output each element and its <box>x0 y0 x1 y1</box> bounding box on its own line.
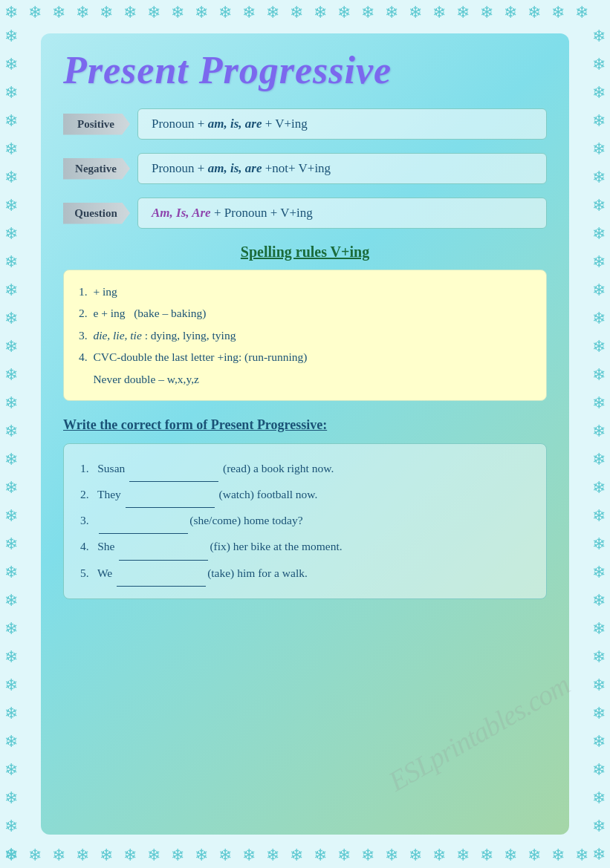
snowflake-icon: ❄ <box>4 451 18 468</box>
exercise-2: 2. They (watch) football now. <box>80 482 530 508</box>
exercise-1: 1. Susan (read) a book right now. <box>80 456 530 482</box>
snowflake-icon: ❄ <box>432 4 446 21</box>
snowflake-icon: ❄ <box>171 847 184 864</box>
snowflake-icon: ❄ <box>592 423 606 440</box>
snowflake-icon: ❄ <box>4 847 18 864</box>
snowflake-icon: ❄ <box>4 169 18 186</box>
snowflake-icon: ❄ <box>592 282 606 298</box>
snowflake-icon: ❄ <box>4 367 18 383</box>
snowflake-icon: ❄ <box>4 423 18 440</box>
snowflake-icon: ❄ <box>592 254 606 270</box>
exercise-3: 3. (she/come) home today? <box>80 508 530 534</box>
snowflake-icon: ❄ <box>592 85 606 101</box>
snowflake-icon: ❄ <box>592 339 606 355</box>
exercise-box: 1. Susan (read) a book right now. 2. The… <box>63 443 547 598</box>
blank-4 <box>119 534 208 560</box>
snowflake-icon: ❄ <box>314 847 327 864</box>
snowflake-icon: ❄ <box>592 367 606 383</box>
snowflake-icon: ❄ <box>4 564 18 581</box>
snowflake-icon: ❄ <box>76 4 89 21</box>
snowflake-icon: ❄ <box>4 593 18 609</box>
snowflake-icon: ❄ <box>4 677 18 694</box>
spelling-rule-2: 2. e + ing (bake – baking) <box>79 302 531 324</box>
spelling-rules-box: 1. + ing 2. e + ing (bake – baking) 3. d… <box>63 270 547 401</box>
snowflake-icon: ❄ <box>4 536 18 552</box>
snowflake-icon: ❄ <box>4 621 18 637</box>
positive-formula: Pronoun + am, is, are + V+ing <box>137 108 547 140</box>
snowflake-icon: ❄ <box>575 4 588 21</box>
snowflake-icon: ❄ <box>592 451 606 468</box>
snowflake-icon: ❄ <box>592 762 606 778</box>
spelling-section-title: Spelling rules V+ing <box>63 244 547 261</box>
negative-label: Negative <box>63 158 130 180</box>
snowflake-icon: ❄ <box>528 847 541 864</box>
snowflake-icon: ❄ <box>28 4 42 21</box>
snowflake-icon: ❄ <box>575 847 588 864</box>
snowflake-icon: ❄ <box>409 4 422 21</box>
snowflake-icon: ❄ <box>4 705 18 722</box>
snowflake-icon: ❄ <box>504 4 517 21</box>
snowflake-icon: ❄ <box>592 790 606 806</box>
snowflake-icon: ❄ <box>592 621 606 637</box>
negative-formula: Pronoun + am, is, are +not+ V+ing <box>137 153 547 184</box>
snowflake-icon: ❄ <box>592 818 606 835</box>
snowflake-icon: ❄ <box>432 847 446 864</box>
snowflake-icon: ❄ <box>592 395 606 411</box>
snowflake-icon: ❄ <box>76 847 89 864</box>
snowflake-icon: ❄ <box>4 818 18 835</box>
snowflake-icon: ❄ <box>4 846 18 863</box>
snowflake-icon: ❄ <box>4 198 18 214</box>
snowflake-icon: ❄ <box>337 4 351 21</box>
snowflake-icon: ❄ <box>52 4 65 21</box>
snowflake-icon: ❄ <box>4 141 18 157</box>
snowflake-icon: ❄ <box>4 56 18 73</box>
snowflake-icon: ❄ <box>4 28 18 45</box>
snowflake-icon: ❄ <box>592 226 606 242</box>
snowflake-icon: ❄ <box>592 198 606 214</box>
snowflake-icon: ❄ <box>4 4 18 21</box>
snowflake-icon: ❄ <box>337 847 351 864</box>
snowflake-icon: ❄ <box>4 254 18 270</box>
snowflake-icon: ❄ <box>100 847 113 864</box>
spelling-rule-3: 3. die, lie, tie : dying, lying, tying <box>79 324 531 346</box>
exercise-section-title: Write the correct form of Present Progre… <box>63 417 547 433</box>
exercise-4: 4. She (fix) her bike at the moment. <box>80 534 530 560</box>
question-label: Question <box>63 203 130 224</box>
snowflake-icon: ❄ <box>242 4 256 21</box>
spelling-rule-1: 1. + ing <box>79 281 531 302</box>
snowflake-icon: ❄ <box>195 4 208 21</box>
snowflake-icon: ❄ <box>242 847 256 864</box>
snowflake-icon: ❄ <box>4 395 18 411</box>
snowflake-icon: ❄ <box>4 85 18 101</box>
snowflake-icon: ❄ <box>592 508 606 524</box>
blank-5 <box>117 561 206 587</box>
snowflake-icon: ❄ <box>4 508 18 524</box>
spelling-rule-4b: Never double – w,x,y,z <box>79 368 531 390</box>
snowflake-icon: ❄ <box>266 4 279 21</box>
page-title: Present Progressive <box>63 48 547 92</box>
snowflake-icon: ❄ <box>123 4 137 21</box>
snowflake-icon: ❄ <box>592 480 606 496</box>
snowflake-icon: ❄ <box>504 847 517 864</box>
snowflake-icon: ❄ <box>592 677 606 694</box>
snowflake-icon: ❄ <box>4 226 18 242</box>
snowflake-icon: ❄ <box>195 847 208 864</box>
snowflake-icon: ❄ <box>592 310 606 327</box>
snowflake-icon: ❄ <box>4 762 18 778</box>
snowflake-icon: ❄ <box>592 846 606 863</box>
snowflake-icon: ❄ <box>28 847 42 864</box>
snowflake-icon: ❄ <box>4 649 18 665</box>
snowflake-icon: ❄ <box>385 4 398 21</box>
snowflake-icon: ❄ <box>4 480 18 496</box>
snowflake-icon: ❄ <box>480 4 493 21</box>
snowflake-icon: ❄ <box>218 4 232 21</box>
exercise-5: 5. We (take) him for a walk. <box>80 561 530 587</box>
snowflake-icon: ❄ <box>592 28 606 45</box>
snowflake-icon: ❄ <box>409 847 422 864</box>
blank-3 <box>99 508 188 534</box>
negative-row: Negative Pronoun + am, is, are +not+ V+i… <box>63 153 547 184</box>
snowflake-icon: ❄ <box>4 310 18 327</box>
snowflake-icon: ❄ <box>266 847 279 864</box>
snowflake-icon: ❄ <box>4 113 18 129</box>
snowflake-icon: ❄ <box>290 4 303 21</box>
